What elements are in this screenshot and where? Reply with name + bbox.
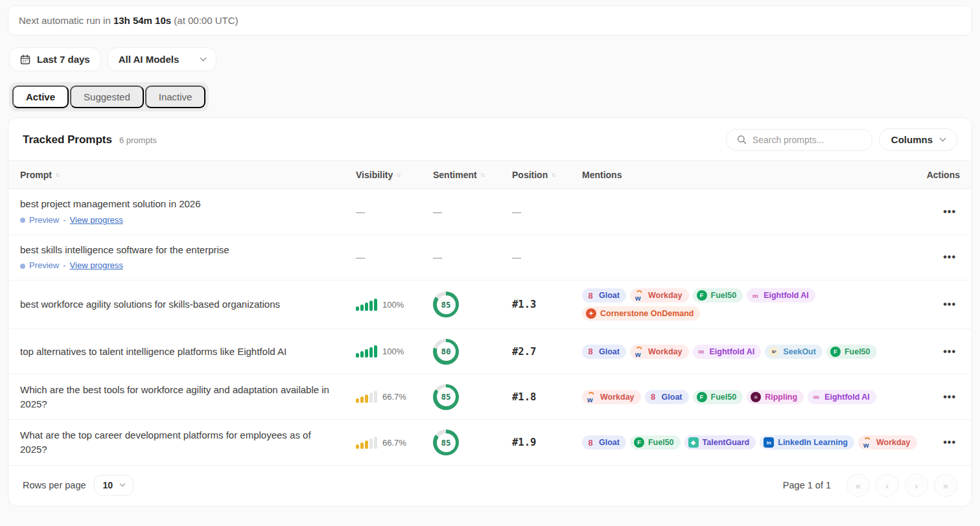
prompt-text: top alternatives to talent intelligence … bbox=[20, 345, 336, 359]
visibility-percent: 100% bbox=[382, 347, 404, 356]
next-page-button[interactable]: › bbox=[905, 474, 928, 497]
mention-badge[interactable]: s›SeekOut bbox=[765, 345, 822, 359]
column-header-visibility[interactable]: Visibility↑↓ bbox=[356, 170, 433, 180]
mention-label: Eightfold AI bbox=[824, 393, 870, 402]
mention-badge[interactable]: FFuel50 bbox=[693, 390, 743, 404]
sentiment-cell: — bbox=[433, 251, 512, 263]
search-input[interactable] bbox=[752, 135, 861, 145]
eightfold-ai-icon: ∞ bbox=[697, 347, 706, 356]
prompt-cell: best skills intelligence software for th… bbox=[20, 243, 356, 273]
rows-per-page-value: 10 bbox=[103, 480, 113, 490]
workday-icon: w bbox=[862, 437, 872, 448]
row-actions-button[interactable]: ••• bbox=[939, 391, 960, 403]
rows-per-page-select[interactable]: 10 bbox=[94, 475, 134, 496]
mention-label: Gloat bbox=[599, 438, 620, 447]
row-actions-button[interactable]: ••• bbox=[939, 251, 960, 263]
actions-cell: ••• bbox=[924, 391, 960, 403]
sentiment-donut: 80 bbox=[433, 339, 459, 365]
mention-badge[interactable]: FFuel50 bbox=[630, 435, 681, 450]
table-body: best project management solution in 2026… bbox=[8, 189, 972, 465]
eightfold-ai-icon: ∞ bbox=[811, 392, 821, 402]
visibility-bars-icon bbox=[356, 345, 377, 358]
preview-label: Preview bbox=[29, 260, 59, 272]
row-actions-button[interactable]: ••• bbox=[939, 437, 960, 448]
sentiment-donut: 85 bbox=[433, 384, 459, 410]
mention-badge[interactable]: FFuel50 bbox=[693, 288, 743, 303]
previous-page-button[interactable]: ‹ bbox=[876, 474, 899, 497]
filter-bar: Last 7 days All AI Models bbox=[9, 47, 972, 71]
mention-badge[interactable]: ✦Cornerstone OnDemand bbox=[582, 306, 700, 321]
column-header-prompt[interactable]: Prompt↑↓ bbox=[20, 170, 356, 180]
mention-label: Workday bbox=[600, 393, 635, 402]
position-cell: — bbox=[512, 206, 582, 218]
mention-badge[interactable]: 8Gloat bbox=[582, 435, 626, 450]
mention-badge[interactable]: wWorkday bbox=[858, 435, 917, 450]
column-header-mentions: Mentions bbox=[582, 170, 924, 180]
preview-status: Preview-View progress bbox=[20, 214, 336, 227]
mention-label: Fuel50 bbox=[845, 347, 870, 356]
mention-label: Fuel50 bbox=[711, 393, 737, 402]
search-box[interactable] bbox=[726, 129, 872, 151]
position-cell: #1.3 bbox=[512, 299, 582, 310]
next-run-banner: Next automatic run in 13h 54m 10s (at 00… bbox=[8, 5, 972, 36]
ai-models-label: All AI Models bbox=[119, 54, 180, 65]
column-label: Prompt bbox=[20, 170, 52, 180]
mention-badge[interactable]: 8Gloat bbox=[645, 390, 689, 404]
sentiment-cell: 85 bbox=[433, 429, 512, 455]
prompt-text: best skills intelligence software for th… bbox=[20, 243, 336, 257]
column-header-position[interactable]: Position↑↓ bbox=[512, 170, 582, 180]
sentiment-cell: 85 bbox=[433, 292, 512, 317]
mention-label: Cornerstone OnDemand bbox=[600, 309, 694, 318]
table-footer: Rows per page 10 Page 1 of 1 «‹›» bbox=[8, 465, 972, 506]
mention-badge[interactable]: ≡Rippling bbox=[747, 390, 804, 404]
cornerstone-ondemand-icon: ✦ bbox=[586, 308, 596, 319]
mention-badge[interactable]: ◆TalentGuard bbox=[684, 435, 756, 450]
mention-badge[interactable]: ∞Eightfold AI bbox=[808, 390, 876, 404]
column-header-sentiment[interactable]: Sentiment↑↓ bbox=[433, 170, 512, 180]
tab-inactive[interactable]: Inactive bbox=[145, 86, 206, 108]
workday-icon: w bbox=[634, 347, 644, 357]
visibility-cell: 100% bbox=[356, 345, 433, 358]
column-label: Sentiment bbox=[433, 170, 477, 180]
prompt-cell: What are the top career development plat… bbox=[20, 428, 356, 457]
mention-badge[interactable]: 8Gloat bbox=[582, 345, 626, 359]
tab-active[interactable]: Active bbox=[12, 86, 69, 108]
gloat-icon: 8 bbox=[586, 347, 595, 356]
sentiment-donut: 85 bbox=[433, 429, 459, 455]
tab-suggested[interactable]: Suggested bbox=[70, 86, 144, 108]
mention-badge[interactable]: inLinkedIn Learning bbox=[760, 435, 854, 450]
mention-badge[interactable]: wWorkday bbox=[582, 390, 641, 404]
mention-badge[interactable]: wWorkday bbox=[630, 345, 689, 359]
search-icon bbox=[737, 135, 747, 144]
actions-cell: ••• bbox=[924, 299, 960, 310]
mention-badge[interactable]: ∞Eightfold AI bbox=[693, 345, 762, 359]
mention-badge[interactable]: ∞Eightfold AI bbox=[747, 288, 815, 303]
first-page-button[interactable]: « bbox=[846, 474, 870, 497]
sentiment-cell: 80 bbox=[433, 339, 512, 365]
preview-status: Preview-View progress bbox=[20, 260, 336, 272]
row-actions-button[interactable]: ••• bbox=[939, 299, 960, 310]
sentiment-cell: — bbox=[433, 206, 512, 218]
preview-label: Preview bbox=[29, 214, 59, 227]
preview-separator: - bbox=[63, 214, 65, 227]
mention-label: Gloat bbox=[662, 393, 682, 402]
sort-icon: ↑↓ bbox=[480, 171, 484, 178]
mention-badge[interactable]: wWorkday bbox=[630, 288, 689, 303]
mention-label: SeekOut bbox=[783, 347, 816, 356]
view-progress-link[interactable]: View progress bbox=[70, 260, 123, 272]
prompt-text: What are the top career development plat… bbox=[20, 428, 336, 457]
columns-dropdown[interactable]: Columns bbox=[879, 128, 957, 151]
last-page-button[interactable]: » bbox=[934, 474, 957, 497]
row-actions-button[interactable]: ••• bbox=[939, 346, 960, 358]
mention-badge[interactable]: FFuel50 bbox=[826, 345, 877, 359]
mentions-cell: 8GloatFFuel50◆TalentGuardinLinkedIn Lear… bbox=[582, 435, 924, 450]
date-range-button[interactable]: Last 7 days bbox=[9, 47, 101, 71]
mention-label: Workday bbox=[876, 438, 911, 447]
empty-value: — bbox=[433, 207, 442, 217]
sentiment-score: 85 bbox=[437, 387, 456, 406]
actions-cell: ••• bbox=[924, 437, 960, 448]
view-progress-link[interactable]: View progress bbox=[70, 214, 123, 227]
ai-models-dropdown[interactable]: All AI Models bbox=[108, 47, 217, 71]
mention-badge[interactable]: 8Gloat bbox=[582, 288, 626, 303]
row-actions-button[interactable]: ••• bbox=[939, 206, 960, 218]
